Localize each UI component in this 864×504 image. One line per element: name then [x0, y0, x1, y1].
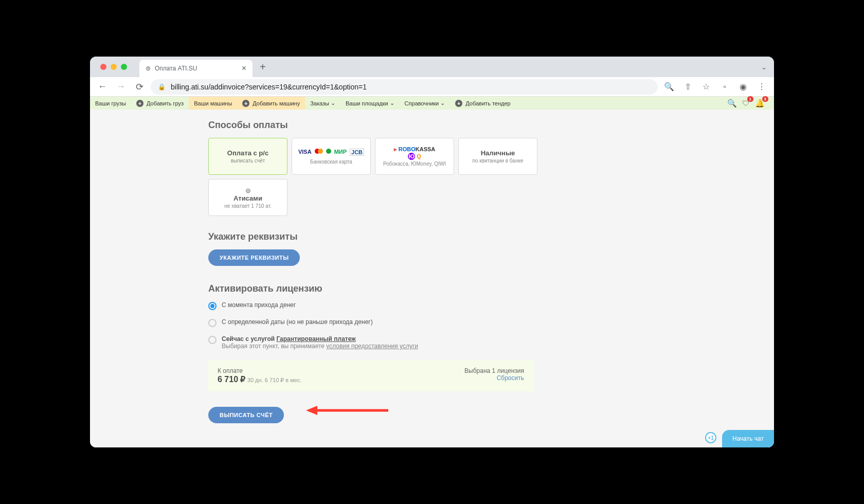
summary-box: К оплате 6 710 ₽ 30 дн. 6 710 ₽ в мес. В…	[208, 360, 533, 391]
lock-icon: 🔒	[158, 83, 166, 91]
nav-add-cargo[interactable]: +Добавить груз	[131, 97, 189, 110]
page-content: Способы оплаты Оплата с р/с выписать счё…	[90, 110, 774, 447]
tabs-chevron-icon[interactable]: ⌄	[761, 63, 774, 71]
plus-icon: +	[136, 100, 143, 107]
annotation-arrow	[306, 404, 393, 417]
maximize-window[interactable]	[121, 64, 127, 70]
radio-icon	[208, 336, 217, 344]
close-window[interactable]	[100, 64, 106, 70]
back-button[interactable]: ←	[95, 81, 110, 92]
browser-tab[interactable]: ⊚ Оплата ATI.SU ×	[139, 60, 253, 77]
profile-icon[interactable]: ◉	[736, 82, 750, 92]
terms-link[interactable]: условия предоставления услуги	[326, 343, 418, 350]
chat-counter[interactable]: +1	[705, 432, 716, 443]
zoom-icon[interactable]: 🔍	[662, 82, 676, 92]
close-tab-icon[interactable]: ×	[242, 64, 246, 73]
radio-guaranteed[interactable]: Сейчас с услугой Гарантированный платеж …	[208, 335, 774, 350]
card-cash[interactable]: Наличные по квитанции в банке	[458, 138, 537, 175]
requisites-button[interactable]: УКАЖИТЕ РЕКВИЗИТЫ	[208, 249, 300, 266]
tab-bar: ⊚ Оплата ATI.SU × + ⌄	[90, 57, 774, 77]
nav-add-tender[interactable]: +Добавить тендер	[450, 97, 515, 110]
svg-marker-1	[306, 406, 317, 415]
summary-label: К оплате	[218, 367, 302, 374]
section-activate: Активировать лицензию	[208, 283, 774, 294]
radio-icon	[208, 302, 217, 310]
nav-add-truck[interactable]: +Добавить машину	[237, 97, 305, 110]
card-robokassa[interactable]: ▸ ROBOKASSA Ю Q Робокасса, ЮMoney, QIWI	[375, 138, 454, 175]
notification-icon[interactable]: 🛡1	[742, 99, 750, 107]
section-payment-methods: Способы оплаты	[208, 120, 774, 131]
reload-button[interactable]: ⟳	[132, 81, 147, 93]
traffic-lights	[90, 64, 127, 70]
browser-window: ⊚ Оплата ATI.SU × + ⌄ ← → ⟳ 🔒 billing.at…	[90, 57, 774, 447]
payment-cards: Оплата с р/с выписать счёт VISA МИР JCB …	[208, 138, 543, 216]
plus-icon: +	[242, 100, 249, 107]
panel-icon[interactable]: ▫	[717, 82, 732, 92]
bell-icon[interactable]: 🔔3	[755, 99, 765, 108]
tab-title: Оплата ATI.SU	[155, 65, 197, 72]
address-bar: ← → ⟳ 🔒 billing.ati.su/addinvoice?servic…	[90, 77, 774, 97]
radio-icon	[208, 319, 217, 327]
search-icon[interactable]: 🔍	[727, 99, 737, 108]
atis-icon: ⊚	[245, 187, 251, 194]
card-bank-card[interactable]: VISA МИР JCB Банковская карта	[292, 138, 371, 175]
chevron-down-icon: ⌄	[331, 100, 335, 106]
url-input[interactable]: 🔒 billing.ati.su/addinvoice?services=19&…	[151, 79, 658, 95]
summary-licenses: Выбрана 1 лицензия	[464, 367, 524, 374]
card-atis[interactable]: ⊚ Атисами не хватает 1 710 ат.	[208, 179, 287, 216]
globe-icon: ⊚	[146, 65, 151, 72]
site-nav: Ваши грузы +Добавить груз Ваши машины +Д…	[90, 97, 774, 110]
forward-button[interactable]: →	[114, 81, 128, 92]
share-icon[interactable]: ⇧	[680, 82, 695, 92]
nav-orders[interactable]: Заказы⌄	[305, 100, 340, 106]
nav-trucks[interactable]: Ваши машины	[189, 97, 237, 110]
minimize-window[interactable]	[111, 64, 117, 70]
nav-refs[interactable]: Справочники⌄	[400, 100, 451, 106]
bookmark-icon[interactable]: ☆	[699, 82, 713, 92]
chevron-down-icon: ⌄	[440, 100, 445, 106]
invoice-button[interactable]: ВЫПИСАТЬ СЧЁТ	[208, 407, 284, 423]
radio-from-payment[interactable]: С момента прихода денег	[208, 301, 774, 310]
menu-icon[interactable]: ⋮	[754, 82, 769, 92]
card-bank-transfer[interactable]: Оплата с р/с выписать счёт	[208, 138, 287, 175]
radio-from-date[interactable]: С определенной даты (но не раньше приход…	[208, 318, 774, 327]
chat-button[interactable]: Начать чат	[722, 430, 774, 447]
section-requisites: Укажите реквизиты	[208, 231, 774, 242]
summary-amount: 6 710 ₽	[218, 375, 245, 384]
card-logos: VISA МИР JCB	[298, 149, 364, 156]
nav-cargo[interactable]: Ваши грузы	[90, 97, 131, 110]
nav-platforms[interactable]: Ваши площадки⌄	[340, 100, 400, 106]
chevron-down-icon: ⌄	[390, 100, 394, 106]
new-tab-button[interactable]: +	[253, 61, 273, 73]
url-text: billing.ati.su/addinvoice?services=19&cu…	[171, 83, 367, 91]
reset-link[interactable]: Сбросить	[464, 374, 524, 382]
plus-icon: +	[455, 100, 462, 107]
summary-detail: 30 дн. 6 710 ₽ в мес.	[247, 377, 302, 383]
